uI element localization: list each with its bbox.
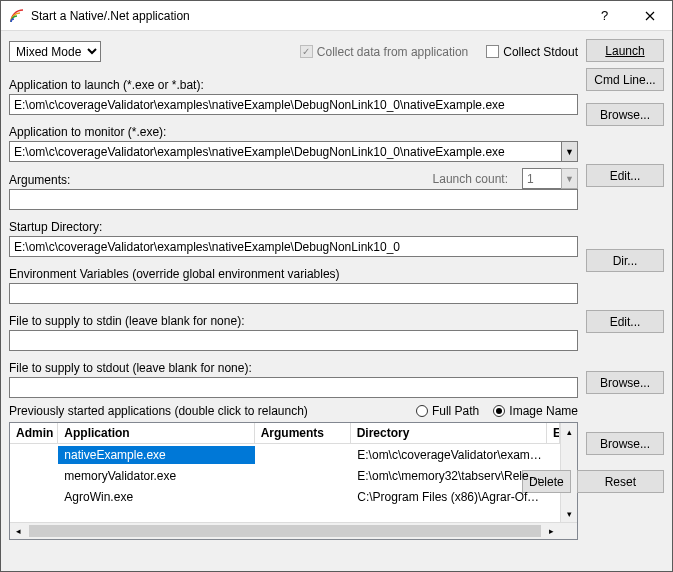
cell-env — [548, 453, 560, 457]
checkbox-icon: ✓ — [300, 45, 313, 58]
cell-app: memoryValidator.exe — [58, 467, 255, 485]
cell-admin — [10, 495, 58, 499]
arguments-input[interactable] — [9, 189, 578, 210]
help-button[interactable]: ? — [582, 1, 627, 31]
stdin-label: File to supply to stdin (leave blank for… — [9, 314, 578, 328]
cell-admin — [10, 474, 58, 478]
cell-args — [255, 453, 351, 457]
launch-count-label: Launch count: — [433, 172, 508, 186]
full-path-radio[interactable]: Full Path — [416, 404, 479, 418]
image-name-radio[interactable]: Image Name — [493, 404, 578, 418]
prev-apps-label: Previously started applications (double … — [9, 404, 402, 418]
col-arguments[interactable]: Arguments — [255, 423, 351, 443]
dialog-window: Start a Native/.Net application ? Mixed … — [0, 0, 673, 572]
cell-admin — [10, 453, 58, 457]
cell-args — [255, 495, 351, 499]
cell-env — [548, 474, 560, 478]
col-admin[interactable]: Admin — [10, 423, 58, 443]
dialog-body: Mixed Mode ✓ Collect data from applicati… — [1, 31, 672, 571]
app-monitor-combo[interactable]: ▼ — [9, 141, 578, 162]
cell-dir: E:\om\c\coverageValidator\exampl... — [351, 446, 548, 464]
table-row[interactable]: nativeExample.exeE:\om\c\coverageValidat… — [10, 444, 560, 465]
image-name-label: Image Name — [509, 404, 578, 418]
scroll-down-icon[interactable]: ▾ — [561, 505, 577, 522]
prev-apps-table: Admin Application Arguments Directory En… — [9, 422, 578, 540]
table-body: nativeExample.exeE:\om\c\coverageValidat… — [10, 444, 560, 522]
col-directory[interactable]: Directory — [351, 423, 547, 443]
collect-stdout-label: Collect Stdout — [503, 45, 578, 59]
env-vars-input[interactable] — [9, 283, 578, 304]
col-application[interactable]: Application — [58, 423, 254, 443]
scroll-left-icon[interactable]: ◂ — [10, 523, 27, 539]
horizontal-scrollbar[interactable]: ◂ ▸ — [10, 522, 577, 539]
scroll-thumb[interactable] — [29, 525, 541, 537]
col-environment[interactable]: Environme▴ — [547, 423, 560, 443]
env-vars-label: Environment Variables (override global e… — [9, 267, 578, 281]
app-monitor-label: Application to monitor (*.exe): — [9, 125, 578, 139]
mode-select[interactable]: Mixed Mode — [9, 41, 101, 62]
left-column: Mixed Mode ✓ Collect data from applicati… — [9, 39, 578, 563]
stdin-input[interactable] — [9, 330, 578, 351]
radio-icon — [493, 405, 505, 417]
cell-dir: E:\om\c\memory32\tabserv\Release — [351, 467, 548, 485]
browse-launch-button[interactable]: Browse... — [586, 103, 664, 126]
stdout-input[interactable] — [9, 377, 578, 398]
right-column: Launch Cmd Line... Browse... Edit... Dir… — [586, 39, 664, 563]
reset-button[interactable]: Reset — [577, 470, 664, 493]
launch-button[interactable]: Launch — [586, 39, 664, 62]
startup-dir-input[interactable] — [9, 236, 578, 257]
titlebar: Start a Native/.Net application ? — [1, 1, 672, 31]
table-row[interactable]: memoryValidator.exeE:\om\c\memory32\tabs… — [10, 465, 560, 486]
top-row: Mixed Mode ✓ Collect data from applicati… — [9, 39, 578, 64]
cell-dir: C:\Program Files (x86)\Agrar-Office... — [351, 488, 548, 506]
scroll-right-icon[interactable]: ▸ — [543, 523, 560, 539]
startup-dir-label: Startup Directory: — [9, 220, 578, 234]
chevron-down-icon: ▼ — [561, 168, 578, 189]
arguments-label: Arguments: — [9, 173, 423, 187]
table-header: Admin Application Arguments Directory En… — [10, 423, 560, 444]
collect-stdout-checkbox[interactable]: Collect Stdout — [486, 45, 578, 59]
cell-args — [255, 474, 351, 478]
app-monitor-input[interactable] — [9, 141, 561, 162]
scroll-up-icon[interactable]: ▴ — [561, 423, 577, 440]
cell-env — [548, 495, 560, 499]
window-title: Start a Native/.Net application — [31, 9, 582, 23]
cell-app: AgroWin.exe — [58, 488, 255, 506]
full-path-label: Full Path — [432, 404, 479, 418]
checkbox-icon — [486, 45, 499, 58]
dir-button[interactable]: Dir... — [586, 249, 664, 272]
chevron-down-icon[interactable]: ▼ — [561, 141, 578, 162]
cmd-line-button[interactable]: Cmd Line... — [586, 68, 664, 91]
scroll-corner — [560, 523, 577, 539]
cell-app: nativeExample.exe — [58, 446, 255, 464]
stdout-label: File to supply to stdout (leave blank fo… — [9, 361, 578, 375]
collect-data-checkbox: ✓ Collect data from application — [300, 45, 468, 59]
edit-monitor-button[interactable]: Edit... — [586, 164, 664, 187]
close-button[interactable] — [627, 1, 672, 31]
app-icon — [9, 8, 25, 24]
table-row[interactable]: AgroWin.exeC:\Program Files (x86)\Agrar-… — [10, 486, 560, 507]
radio-icon — [416, 405, 428, 417]
browse-stdout-button[interactable]: Browse... — [586, 432, 664, 455]
launch-count-input — [522, 168, 561, 189]
collect-data-label: Collect data from application — [317, 45, 468, 59]
edit-env-button[interactable]: Edit... — [586, 310, 664, 333]
app-launch-input[interactable] — [9, 94, 578, 115]
app-launch-label: Application to launch (*.exe or *.bat): — [9, 78, 578, 92]
browse-stdin-button[interactable]: Browse... — [586, 371, 664, 394]
